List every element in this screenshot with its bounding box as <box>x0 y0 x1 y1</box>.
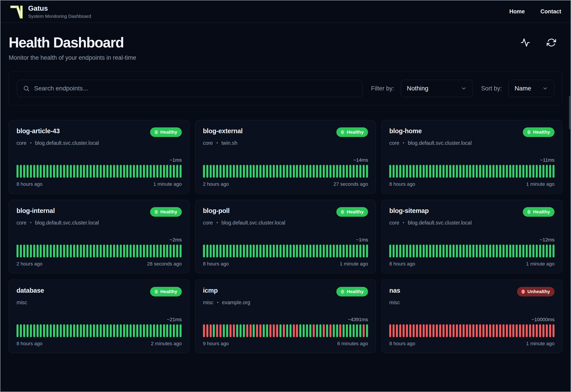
uptime-bar[interactable] <box>250 324 252 337</box>
uptime-bar[interactable] <box>313 165 315 178</box>
uptime-bar[interactable] <box>316 324 318 337</box>
uptime-bar[interactable] <box>210 324 212 337</box>
uptime-bar[interactable] <box>299 165 301 178</box>
uptime-bar[interactable] <box>413 324 415 337</box>
uptime-bar[interactable] <box>546 165 548 178</box>
uptime-bar[interactable] <box>70 245 72 257</box>
uptime-bar[interactable] <box>339 245 341 257</box>
uptime-bar[interactable] <box>366 165 368 178</box>
uptime-bar[interactable] <box>213 245 215 257</box>
uptime-bar[interactable] <box>236 165 238 178</box>
uptime-bar[interactable] <box>113 324 115 337</box>
uptime-bar[interactable] <box>43 324 45 337</box>
uptime-bar[interactable] <box>116 245 119 257</box>
uptime-bar[interactable] <box>452 324 455 337</box>
uptime-bar[interactable] <box>319 165 321 178</box>
uptime-bar[interactable] <box>220 324 222 337</box>
uptime-bar[interactable] <box>53 245 55 257</box>
uptime-bar[interactable] <box>532 324 534 337</box>
uptime-bar[interactable] <box>493 324 495 337</box>
refresh-icon[interactable] <box>547 38 556 47</box>
uptime-bar[interactable] <box>399 324 401 337</box>
uptime-bar[interactable] <box>409 245 411 257</box>
uptime-bar[interactable] <box>163 165 165 178</box>
uptime-bar[interactable] <box>63 165 65 178</box>
uptime-bar[interactable] <box>286 165 288 178</box>
endpoint-card[interactable]: blog-pollHealthycore•blog.default.svc.cl… <box>195 200 376 273</box>
uptime-bar[interactable] <box>80 324 82 337</box>
uptime-bar[interactable] <box>30 165 32 178</box>
uptime-bar[interactable] <box>246 165 248 178</box>
uptime-bar[interactable] <box>482 245 484 257</box>
uptime-bar[interactable] <box>309 324 311 337</box>
uptime-bar[interactable] <box>359 245 361 257</box>
uptime-bar[interactable] <box>482 165 484 178</box>
endpoint-card[interactable]: blog-homeHealthycore•blog.default.svc.cl… <box>381 120 562 194</box>
uptime-bar[interactable] <box>426 324 428 337</box>
uptime-bar[interactable] <box>529 245 531 257</box>
uptime-bar[interactable] <box>173 245 175 257</box>
uptime-bar[interactable] <box>143 324 145 337</box>
uptime-bar[interactable] <box>313 245 315 257</box>
uptime-bar[interactable] <box>56 324 59 337</box>
uptime-bar[interactable] <box>276 324 278 337</box>
uptime-bar[interactable] <box>60 165 62 178</box>
uptime-bar[interactable] <box>140 245 142 257</box>
uptime-bar[interactable] <box>522 165 524 178</box>
uptime-bar[interactable] <box>519 324 521 337</box>
uptime-bar[interactable] <box>463 324 465 337</box>
uptime-bar[interactable] <box>436 165 438 178</box>
uptime-bar[interactable] <box>233 165 235 178</box>
uptime-bar[interactable] <box>346 245 348 257</box>
uptime-bar[interactable] <box>493 245 495 257</box>
uptime-bar[interactable] <box>93 165 95 178</box>
uptime-bar[interactable] <box>30 245 32 257</box>
uptime-bar[interactable] <box>499 165 501 178</box>
uptime-bar[interactable] <box>433 324 435 337</box>
endpoint-card[interactable]: blog-sitemapHealthycore•blog.default.svc… <box>381 200 562 273</box>
uptime-bar[interactable] <box>489 165 491 178</box>
uptime-bar[interactable] <box>323 245 325 257</box>
uptime-bar[interactable] <box>240 324 241 337</box>
uptime-bar[interactable] <box>263 245 265 257</box>
uptime-bar[interactable] <box>472 165 474 178</box>
uptime-bar[interactable] <box>542 245 544 257</box>
uptime-bar[interactable] <box>83 165 85 178</box>
uptime-bar[interactable] <box>46 165 48 178</box>
uptime-bar[interactable] <box>306 245 308 257</box>
uptime-bar[interactable] <box>153 324 155 337</box>
uptime-bar[interactable] <box>176 245 178 257</box>
uptime-bar[interactable] <box>173 165 175 178</box>
uptime-bar[interactable] <box>403 324 405 337</box>
uptime-bar[interactable] <box>289 245 291 257</box>
uptime-bar[interactable] <box>100 165 102 178</box>
uptime-bar[interactable] <box>83 245 85 257</box>
uptime-bar[interactable] <box>203 165 205 178</box>
uptime-bar[interactable] <box>216 165 218 178</box>
uptime-bar[interactable] <box>446 165 448 178</box>
uptime-bar[interactable] <box>466 324 468 337</box>
uptime-bar[interactable] <box>443 245 445 257</box>
uptime-bar[interactable] <box>16 165 18 178</box>
uptime-bar[interactable] <box>343 165 345 178</box>
uptime-bar[interactable] <box>343 245 345 257</box>
uptime-bar[interactable] <box>429 245 431 257</box>
uptime-bar[interactable] <box>476 165 478 178</box>
uptime-bar[interactable] <box>250 165 252 178</box>
uptime-bar[interactable] <box>86 245 88 257</box>
uptime-bar[interactable] <box>396 245 398 257</box>
uptime-bar[interactable] <box>226 245 228 257</box>
uptime-bar[interactable] <box>216 324 218 337</box>
uptime-bar[interactable] <box>270 245 271 257</box>
uptime-bar[interactable] <box>529 165 531 178</box>
uptime-bar[interactable] <box>223 165 225 178</box>
uptime-bar[interactable] <box>40 165 42 178</box>
uptime-bar[interactable] <box>163 324 165 337</box>
uptime-bar[interactable] <box>283 324 285 337</box>
uptime-bar[interactable] <box>463 165 465 178</box>
uptime-bar[interactable] <box>416 245 418 257</box>
uptime-bar[interactable] <box>416 324 418 337</box>
uptime-bar[interactable] <box>469 324 471 337</box>
uptime-bar[interactable] <box>456 245 458 257</box>
uptime-bar[interactable] <box>63 245 65 257</box>
